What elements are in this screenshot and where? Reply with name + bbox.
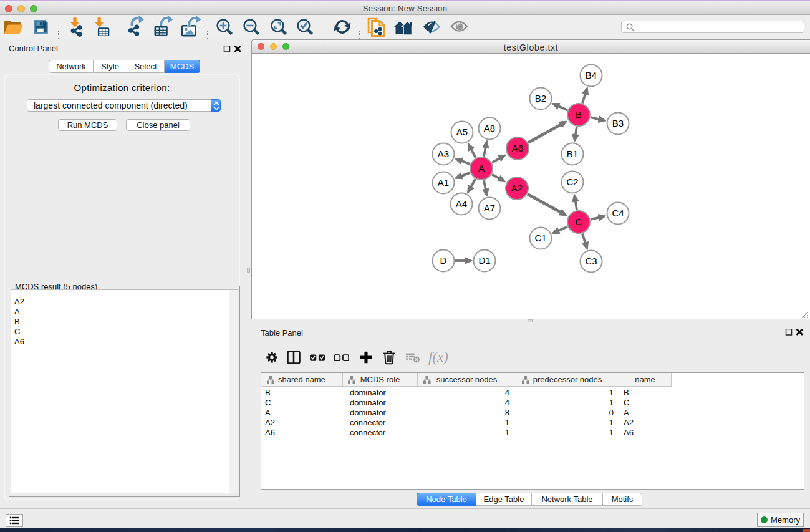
svg-text:A6: A6	[512, 143, 523, 153]
svg-text:B1: B1	[567, 148, 578, 159]
svg-text:A: A	[478, 163, 485, 173]
svg-text:A7: A7	[484, 203, 495, 213]
svg-text:D: D	[440, 255, 447, 266]
svg-text:B2: B2	[535, 93, 546, 104]
svg-text:A8: A8	[484, 123, 495, 133]
svg-text:B3: B3	[612, 118, 624, 128]
svg-text:C2: C2	[566, 177, 578, 187]
svg-text:f(x): f(x)	[428, 349, 448, 365]
svg-text:C: C	[576, 216, 582, 227]
svg-text:A5: A5	[456, 127, 468, 137]
svg-text:A3: A3	[438, 148, 449, 159]
svg-text:D1: D1	[478, 255, 490, 266]
svg-text:B: B	[576, 109, 582, 120]
svg-text:C3: C3	[585, 256, 597, 266]
svg-text:A4: A4	[456, 198, 467, 209]
svg-text:A2: A2	[511, 183, 523, 193]
svg-text:B4: B4	[586, 70, 597, 80]
svg-text:C1: C1	[534, 233, 546, 243]
svg-text:C4: C4	[612, 208, 624, 218]
svg-text:A1: A1	[438, 177, 449, 188]
